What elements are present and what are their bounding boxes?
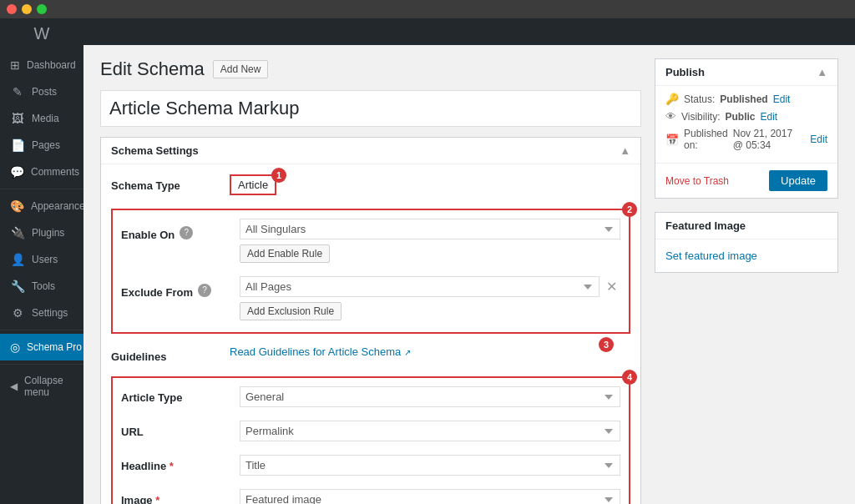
toggle-icon: ▲: [620, 144, 630, 157]
guidelines-link[interactable]: Read Guidelines for Article Schema ↗: [230, 345, 411, 358]
exclude-select-row: All Pages All Singulars All Posts Homepa…: [240, 276, 620, 297]
headline-label: Headline *: [121, 455, 230, 472]
featured-image-header[interactable]: Featured Image: [655, 213, 837, 239]
guidelines-row: Guidelines Read Guidelines for Article S…: [111, 345, 630, 363]
posts-icon: ✎: [10, 85, 25, 98]
sidebar-item-tools[interactable]: 🔧 Tools: [0, 273, 83, 300]
publish-toggle-icon: ▲: [817, 66, 827, 78]
trash-link[interactable]: Move to Trash: [665, 175, 729, 187]
add-new-button[interactable]: Add New: [213, 60, 269, 78]
visibility-edit-link[interactable]: Edit: [760, 111, 777, 123]
sidebar-item-plugins[interactable]: 🔌 Plugins: [0, 219, 83, 246]
image-row: Image * Featured image Custom: [121, 489, 620, 504]
update-button[interactable]: Update: [769, 170, 827, 191]
enable-on-row: Enable On ? All Singulars All Pages All …: [121, 219, 620, 263]
exclude-from-info-icon[interactable]: ?: [198, 284, 211, 297]
content-area: Edit Schema Add New Schema Settings ▲ Sc…: [83, 45, 855, 504]
set-featured-image-link[interactable]: Set featured image: [665, 249, 757, 262]
publish-metabox: Publish ▲ 🔑 Status: Published Edit 👁 Vis…: [655, 58, 838, 199]
featured-image-body: Set featured image: [655, 239, 837, 272]
headline-field: Title Custom: [240, 455, 620, 476]
headline-required: *: [169, 460, 174, 472]
plugins-icon: 🔌: [10, 226, 25, 239]
article-type-label: Article Type: [121, 386, 230, 404]
exclude-from-row: Exclude From ? All Pages All Singulars A…: [121, 276, 620, 320]
main-column: Edit Schema Add New Schema Settings ▲ Sc…: [100, 58, 641, 504]
image-label: Image *: [121, 489, 230, 504]
schema-type-value: Article 1: [230, 174, 630, 195]
enable-on-info-icon[interactable]: ?: [180, 226, 193, 239]
settings-icon: ⚙: [10, 306, 25, 320]
badge-4: 4: [622, 370, 637, 385]
sidebar-item-label: Plugins: [32, 227, 64, 239]
wp-logo: W: [0, 18, 83, 48]
published-label: Published on:: [684, 128, 728, 151]
schema-settings-body: Schema Type Article 1 2: [101, 164, 640, 504]
schema-type-display: Article 1: [230, 174, 276, 195]
sidebar-item-label: Media: [32, 113, 59, 124]
admin-bar: [83, 18, 855, 45]
badge-2: 2: [622, 202, 637, 217]
schema-settings-header[interactable]: Schema Settings ▲: [101, 138, 640, 164]
publish-title: Publish: [665, 66, 705, 78]
headline-select[interactable]: Title Custom: [240, 455, 620, 476]
sidebar-item-comments[interactable]: 💬 Comments: [0, 159, 83, 185]
exclude-from-field: All Pages All Singulars All Posts Homepa…: [240, 276, 620, 320]
enable-exclude-box: 2 Enable On ? All Singulars All Pages: [111, 209, 630, 334]
enable-on-select[interactable]: All Singulars All Pages All Posts Homepa…: [240, 219, 620, 239]
published-edit-link[interactable]: Edit: [810, 134, 827, 145]
exclude-from-label: Exclude From: [121, 281, 193, 299]
sidebar: W ⊞ Dashboard ✎ Posts 🖼 Media 📄 Pages 💬 …: [0, 0, 83, 504]
enable-on-field: All Singulars All Pages All Posts Homepa…: [240, 219, 620, 263]
visibility-row: 👁 Visibility: Public Edit: [665, 110, 827, 123]
enable-on-label: Enable On: [121, 224, 175, 241]
article-type-select[interactable]: General Article NewsArticle BlogPosting: [240, 386, 620, 407]
sidebar-divider-2: [0, 330, 83, 330]
sidebar-item-pages[interactable]: 📄 Pages: [0, 132, 83, 159]
titlebar: [0, 0, 855, 18]
sidebar-item-posts[interactable]: ✎ Posts: [0, 78, 83, 105]
sidebar-item-users[interactable]: 👤 Users: [0, 246, 83, 273]
add-enable-rule-button[interactable]: Add Enable Rule: [240, 244, 330, 263]
sidebar-item-settings[interactable]: ⚙ Settings: [0, 300, 83, 326]
sidebar-item-label: Appearance: [31, 200, 83, 212]
minimize-button[interactable]: [22, 4, 32, 14]
sidebar-item-appearance[interactable]: 🎨 Appearance: [0, 193, 83, 219]
page-title-row: Edit Schema Add New: [100, 58, 641, 80]
url-label: URL: [121, 421, 230, 438]
sidebar-item-media[interactable]: 🖼 Media: [0, 105, 83, 132]
sidebar-item-dashboard[interactable]: ⊞ Dashboard: [0, 52, 83, 78]
collapse-menu[interactable]: ◀ Collapse menu: [0, 368, 83, 405]
sidebar-item-label: Comments: [31, 166, 79, 178]
published-icon: 📅: [665, 134, 679, 146]
image-select[interactable]: Featured image Custom: [240, 489, 620, 504]
collapse-label: Collapse menu: [24, 375, 73, 398]
sidebar-item-schema-pro[interactable]: ◎ Schema Pro: [0, 334, 83, 360]
users-icon: 👤: [10, 253, 25, 266]
dashboard-icon: ⊞: [10, 58, 20, 72]
url-field: Permalink Custom: [240, 421, 620, 441]
close-button[interactable]: [7, 4, 17, 14]
exclude-from-select[interactable]: All Pages All Singulars All Posts Homepa…: [240, 276, 600, 297]
badge-1: 1: [271, 168, 286, 183]
guidelines-field: Read Guidelines for Article Schema ↗ 3: [230, 345, 630, 358]
publish-header[interactable]: Publish ▲: [655, 59, 837, 86]
status-row: 🔑 Status: Published Edit: [665, 93, 827, 105]
external-link-icon: ↗: [404, 348, 411, 357]
add-exclusion-rule-button[interactable]: Add Exclusion Rule: [240, 302, 341, 320]
schema-type-row: Schema Type Article 1: [111, 174, 630, 195]
status-edit-link[interactable]: Edit: [773, 93, 791, 105]
side-column: Publish ▲ 🔑 Status: Published Edit 👁 Vis…: [655, 58, 838, 504]
comments-icon: 💬: [10, 165, 24, 179]
schema-type-label: Schema Type: [111, 174, 220, 192]
image-field: Featured image Custom: [240, 489, 620, 504]
status-label: Status:: [684, 93, 715, 105]
url-select[interactable]: Permalink Custom: [240, 421, 620, 441]
maximize-button[interactable]: [37, 4, 47, 14]
media-icon: 🖼: [10, 112, 25, 125]
sidebar-item-label: Settings: [32, 307, 68, 319]
remove-exclude-button[interactable]: ✕: [603, 279, 620, 295]
post-title-input[interactable]: [100, 90, 641, 127]
sidebar-item-label: Users: [32, 254, 58, 265]
badge-3: 3: [599, 337, 614, 352]
